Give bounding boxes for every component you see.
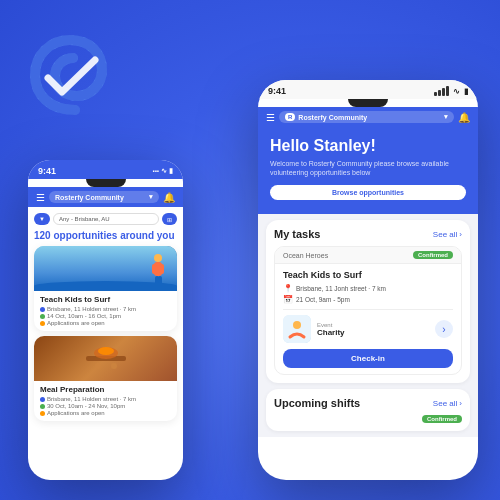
task-location: 📍 Brisbane, 11 Jonh street · 7 km	[283, 284, 453, 293]
hamburger-icon[interactable]: ☰	[36, 192, 45, 203]
svg-rect-2	[152, 264, 157, 274]
card-meal-status: Applications are open	[40, 410, 171, 416]
status-icons-small: ▪▪▪ ∿ ▮	[153, 167, 173, 175]
event-row: Event Charity ›	[283, 309, 453, 343]
card-meal-dates: 30 Oct, 10am - 24 Nov, 10pm	[40, 403, 171, 409]
upcoming-shifts-section: Upcoming shifts See all › Confirmed	[266, 389, 470, 431]
notch-large	[348, 99, 388, 107]
browse-button[interactable]: Browse opportunities	[270, 185, 466, 200]
status-bar-large: 9:41 ∿ ▮	[258, 80, 478, 99]
my-tasks-title: My tasks	[274, 228, 320, 240]
card-surf[interactable]: Teach Kids to Surf Brisbane, 11 Holden s…	[34, 246, 177, 331]
bell-icon-small[interactable]: 🔔	[163, 192, 175, 203]
svg-point-9	[95, 363, 101, 369]
chevron-down-icon-large: ▾	[444, 113, 448, 121]
count-label: opportunities around you	[53, 230, 174, 241]
card-meal-location: Brisbane, 11 Holden street · 7 km	[40, 396, 171, 402]
svg-point-12	[293, 321, 301, 329]
opportunities-count: 120 opportunities around you	[34, 230, 177, 241]
checkin-button[interactable]: Check-in	[283, 349, 453, 368]
content-area: My tasks See all › Ocean Heroes Confirme…	[258, 214, 478, 437]
card-surf-location: Brisbane, 11 Holden street · 7 km	[40, 306, 171, 312]
task-org: Ocean Heroes	[283, 252, 328, 259]
signal-icon-large	[434, 86, 449, 96]
location-dot	[40, 307, 45, 312]
phone-small-body: ▼ Any - Brisbane, AU ⊞ 120 opportunities…	[28, 207, 183, 432]
event-name: Charity	[317, 328, 429, 337]
wifi-icon: ∿	[161, 167, 167, 175]
filter-button[interactable]: ▼	[34, 213, 50, 225]
bell-icon-large[interactable]: 🔔	[458, 112, 470, 123]
upcoming-shifts-see-all[interactable]: See all	[433, 399, 457, 408]
filter-row: ▼ Any - Brisbane, AU ⊞	[34, 213, 177, 225]
rosterfy-icon: R	[285, 113, 295, 121]
my-tasks-header: My tasks See all ›	[274, 228, 462, 240]
phone-small: 9:41 ▪▪▪ ∿ ▮ ☰ Rosterfy Community ▾ 🔔 ▼	[28, 160, 183, 480]
brand-selector-large[interactable]: R Rosterfy Community ▾	[279, 111, 454, 123]
card-surf-dates: 14 Oct, 10am - 16 Oct, 1pm	[40, 313, 171, 319]
wifi-icon-large: ∿	[453, 87, 460, 96]
brand-label-small: Rosterfy Community	[55, 194, 124, 201]
upcoming-confirmed-row: Confirmed	[274, 415, 462, 423]
notch-small	[86, 179, 126, 187]
upcoming-chevron-right-icon: ›	[459, 399, 462, 408]
location-label: Any - Brisbane, AU	[59, 216, 110, 222]
dates-dot	[40, 314, 45, 319]
task-datetime: 📅 21 Oct, 9am - 5pm	[283, 295, 453, 304]
brand-selector-small[interactable]: Rosterfy Community ▾	[49, 191, 159, 203]
status-dot-meal	[40, 411, 45, 416]
upcoming-shifts-header: Upcoming shifts See all ›	[274, 397, 462, 409]
chevron-down-icon: ▾	[149, 193, 153, 201]
svg-rect-3	[159, 264, 164, 274]
task-card[interactable]: Ocean Heroes Confirmed Teach Kids to Sur…	[274, 246, 462, 375]
task-card-header: Ocean Heroes Confirmed	[275, 247, 461, 264]
card-surf-image	[34, 246, 177, 291]
card-surf-title: Teach Kids to Surf	[40, 295, 171, 304]
time-small: 9:41	[38, 166, 56, 176]
signal-icon: ▪▪▪	[153, 168, 159, 174]
my-tasks-see-all[interactable]: See all	[433, 230, 457, 239]
count-number: 120	[34, 230, 51, 241]
card-meal[interactable]: Meal Preparation Brisbane, 11 Holden str…	[34, 336, 177, 421]
upcoming-shifts-title: Upcoming shifts	[274, 397, 360, 409]
status-bar-small: 9:41 ▪▪▪ ∿ ▮	[28, 160, 183, 179]
event-chevron-icon: ›	[435, 320, 453, 338]
card-meal-title: Meal Preparation	[40, 385, 171, 394]
location-dot-meal	[40, 397, 45, 402]
task-card-content: Teach Kids to Surf 📍 Brisbane, 11 Jonh s…	[275, 264, 461, 374]
svg-point-10	[111, 363, 117, 369]
hero-greeting: Hello Stanley!	[270, 137, 466, 155]
phones-container: 9:41 ▪▪▪ ∿ ▮ ☰ Rosterfy Community ▾ 🔔 ▼	[0, 0, 500, 500]
map-icon: ⊞	[167, 216, 172, 223]
hero-subtitle: Welcome to Rosterfy Community please bro…	[270, 159, 466, 177]
wave	[34, 281, 177, 291]
top-nav-small: ☰ Rosterfy Community ▾ 🔔	[28, 187, 183, 207]
map-button[interactable]: ⊞	[162, 213, 177, 225]
dates-dot-meal	[40, 404, 45, 409]
calendar-icon: 📅	[283, 295, 293, 304]
location-pin-icon: 📍	[283, 284, 293, 293]
status-dot	[40, 321, 45, 326]
status-icons-large: ∿ ▮	[434, 86, 468, 96]
card-meal-image	[34, 336, 177, 381]
event-info: Event Charity	[317, 322, 429, 337]
task-title: Teach Kids to Surf	[283, 270, 453, 280]
meal-illustration	[76, 336, 136, 381]
chevron-right-icon: ›	[459, 230, 462, 239]
time-large: 9:41	[268, 86, 286, 96]
my-tasks-section: My tasks See all › Ocean Heroes Confirme…	[266, 220, 470, 383]
charity-thumb	[283, 315, 311, 343]
upcoming-confirmed-badge: Confirmed	[422, 415, 462, 423]
card-surf-status: Applications are open	[40, 320, 171, 326]
svg-point-8	[98, 347, 114, 355]
location-filter[interactable]: Any - Brisbane, AU	[53, 213, 159, 225]
card-surf-body: Teach Kids to Surf Brisbane, 11 Holden s…	[34, 291, 177, 331]
battery-icon: ▮	[169, 167, 173, 175]
phone-large: 9:41 ∿ ▮ ☰ R Rosterfy Community	[258, 80, 478, 480]
brand-label-large: Rosterfy Community	[298, 114, 367, 121]
filter-icon: ▼	[39, 216, 45, 222]
event-thumbnail	[283, 315, 311, 343]
svg-point-0	[154, 254, 162, 262]
hamburger-icon-large[interactable]: ☰	[266, 112, 275, 123]
top-nav-large: ☰ R Rosterfy Community ▾ 🔔	[258, 107, 478, 127]
